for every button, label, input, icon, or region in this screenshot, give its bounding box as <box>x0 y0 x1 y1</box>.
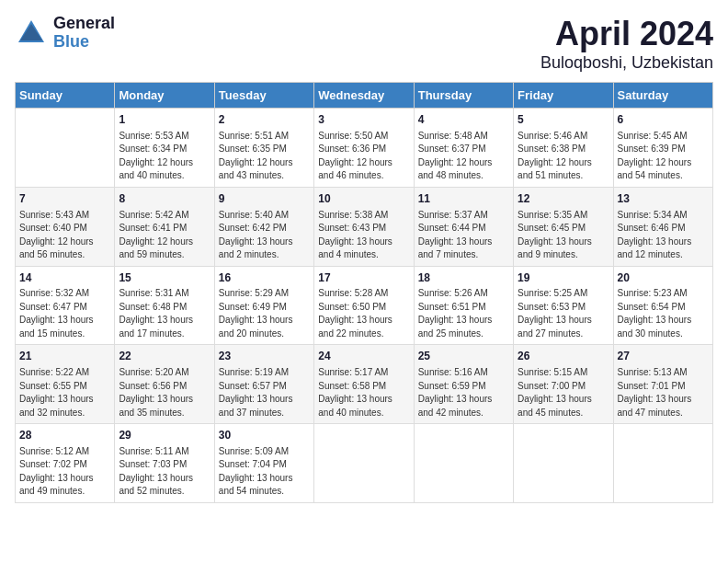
day-info: Sunrise: 5:22 AM Sunset: 6:55 PM Dayligh… <box>19 366 110 419</box>
day-number: 2 <box>219 112 310 128</box>
day-header-thursday: Thursday <box>414 83 513 109</box>
day-number: 1 <box>119 112 210 128</box>
svg-marker-1 <box>20 24 42 40</box>
day-info: Sunrise: 5:42 AM Sunset: 6:41 PM Dayligh… <box>119 209 210 262</box>
calendar-cell: 26Sunrise: 5:15 AM Sunset: 7:00 PM Dayli… <box>514 345 613 424</box>
day-info: Sunrise: 5:50 AM Sunset: 6:36 PM Dayligh… <box>318 130 409 183</box>
calendar-header-row: SundayMondayTuesdayWednesdayThursdayFrid… <box>16 83 713 109</box>
day-number: 22 <box>119 349 210 364</box>
day-info: Sunrise: 5:13 AM Sunset: 7:01 PM Dayligh… <box>618 366 709 419</box>
calendar-cell: 8Sunrise: 5:42 AM Sunset: 6:41 PM Daylig… <box>115 187 214 266</box>
day-info: Sunrise: 5:11 AM Sunset: 7:03 PM Dayligh… <box>119 445 210 499</box>
calendar-week-row: 21Sunrise: 5:22 AM Sunset: 6:55 PM Dayli… <box>16 345 713 424</box>
calendar-cell: 29Sunrise: 5:11 AM Sunset: 7:03 PM Dayli… <box>115 424 214 503</box>
day-info: Sunrise: 5:15 AM Sunset: 7:00 PM Dayligh… <box>518 366 609 419</box>
calendar-cell: 5Sunrise: 5:46 AM Sunset: 6:38 PM Daylig… <box>514 109 613 188</box>
day-number: 29 <box>119 428 210 443</box>
calendar-cell: 17Sunrise: 5:28 AM Sunset: 6:50 PM Dayli… <box>314 266 414 345</box>
day-number: 20 <box>618 270 709 286</box>
day-info: Sunrise: 5:32 AM Sunset: 6:47 PM Dayligh… <box>19 287 110 340</box>
day-info: Sunrise: 5:19 AM Sunset: 6:57 PM Dayligh… <box>219 366 310 419</box>
day-header-saturday: Saturday <box>613 83 712 109</box>
day-info: Sunrise: 5:46 AM Sunset: 6:38 PM Dayligh… <box>518 130 609 183</box>
calendar-cell: 28Sunrise: 5:12 AM Sunset: 7:02 PM Dayli… <box>16 424 115 503</box>
day-info: Sunrise: 5:16 AM Sunset: 6:59 PM Dayligh… <box>418 366 509 419</box>
day-number: 16 <box>219 270 310 286</box>
calendar-title: April 2024 <box>540 15 713 53</box>
day-info: Sunrise: 5:26 AM Sunset: 6:51 PM Dayligh… <box>418 287 509 340</box>
day-info: Sunrise: 5:38 AM Sunset: 6:43 PM Dayligh… <box>318 209 409 262</box>
logo: General Blue <box>15 15 115 52</box>
calendar-cell: 20Sunrise: 5:23 AM Sunset: 6:54 PM Dayli… <box>613 266 712 345</box>
day-number: 30 <box>219 428 310 443</box>
calendar-cell: 15Sunrise: 5:31 AM Sunset: 6:48 PM Dayli… <box>115 266 214 345</box>
day-header-wednesday: Wednesday <box>314 83 414 109</box>
day-number: 23 <box>219 349 310 364</box>
calendar-cell: 6Sunrise: 5:45 AM Sunset: 6:39 PM Daylig… <box>613 109 712 188</box>
day-number: 17 <box>318 270 409 286</box>
day-info: Sunrise: 5:51 AM Sunset: 6:35 PM Dayligh… <box>219 130 310 183</box>
calendar-cell: 11Sunrise: 5:37 AM Sunset: 6:44 PM Dayli… <box>414 187 513 266</box>
day-number: 5 <box>518 112 609 128</box>
day-number: 3 <box>318 112 409 128</box>
calendar-cell: 12Sunrise: 5:35 AM Sunset: 6:45 PM Dayli… <box>514 187 613 266</box>
day-number: 25 <box>418 349 509 364</box>
day-header-monday: Monday <box>115 83 214 109</box>
day-info: Sunrise: 5:53 AM Sunset: 6:34 PM Dayligh… <box>119 130 210 183</box>
calendar-cell: 3Sunrise: 5:50 AM Sunset: 6:36 PM Daylig… <box>314 109 414 188</box>
calendar-cell: 21Sunrise: 5:22 AM Sunset: 6:55 PM Dayli… <box>16 345 115 424</box>
day-info: Sunrise: 5:20 AM Sunset: 6:56 PM Dayligh… <box>119 366 210 419</box>
calendar-week-row: 1Sunrise: 5:53 AM Sunset: 6:34 PM Daylig… <box>16 109 713 188</box>
day-info: Sunrise: 5:09 AM Sunset: 7:04 PM Dayligh… <box>219 445 310 499</box>
calendar-week-row: 28Sunrise: 5:12 AM Sunset: 7:02 PM Dayli… <box>16 424 713 503</box>
day-info: Sunrise: 5:29 AM Sunset: 6:49 PM Dayligh… <box>219 287 310 340</box>
day-number: 19 <box>518 270 609 286</box>
logo-text: General Blue <box>53 15 115 52</box>
day-info: Sunrise: 5:12 AM Sunset: 7:02 PM Dayligh… <box>19 445 110 499</box>
calendar-cell: 10Sunrise: 5:38 AM Sunset: 6:43 PM Dayli… <box>314 187 414 266</box>
day-number: 8 <box>119 191 210 207</box>
calendar-cell: 27Sunrise: 5:13 AM Sunset: 7:01 PM Dayli… <box>613 345 712 424</box>
calendar-cell: 4Sunrise: 5:48 AM Sunset: 6:37 PM Daylig… <box>414 109 513 188</box>
calendar-week-row: 14Sunrise: 5:32 AM Sunset: 6:47 PM Dayli… <box>16 266 713 345</box>
logo-icon <box>15 17 48 50</box>
calendar-cell: 9Sunrise: 5:40 AM Sunset: 6:42 PM Daylig… <box>214 187 313 266</box>
day-info: Sunrise: 5:25 AM Sunset: 6:53 PM Dayligh… <box>518 287 609 340</box>
day-number: 4 <box>418 112 509 128</box>
day-header-friday: Friday <box>514 83 613 109</box>
day-info: Sunrise: 5:31 AM Sunset: 6:48 PM Dayligh… <box>119 287 210 340</box>
calendar-cell: 18Sunrise: 5:26 AM Sunset: 6:51 PM Dayli… <box>414 266 513 345</box>
day-info: Sunrise: 5:43 AM Sunset: 6:40 PM Dayligh… <box>19 209 110 262</box>
day-number: 14 <box>19 270 110 286</box>
calendar-cell: 13Sunrise: 5:34 AM Sunset: 6:46 PM Dayli… <box>613 187 712 266</box>
day-info: Sunrise: 5:28 AM Sunset: 6:50 PM Dayligh… <box>318 287 409 340</box>
day-info: Sunrise: 5:17 AM Sunset: 6:58 PM Dayligh… <box>318 366 409 419</box>
calendar-cell <box>314 424 414 503</box>
day-number: 11 <box>418 191 509 207</box>
calendar-cell: 22Sunrise: 5:20 AM Sunset: 6:56 PM Dayli… <box>115 345 214 424</box>
day-info: Sunrise: 5:45 AM Sunset: 6:39 PM Dayligh… <box>618 130 709 183</box>
day-header-tuesday: Tuesday <box>214 83 313 109</box>
day-number: 10 <box>318 191 409 207</box>
day-number: 21 <box>19 349 110 364</box>
day-number: 24 <box>318 349 409 364</box>
calendar-cell <box>414 424 513 503</box>
calendar-cell <box>514 424 613 503</box>
logo-blue-text: Blue <box>53 33 115 52</box>
day-number: 13 <box>618 191 709 207</box>
calendar-cell: 7Sunrise: 5:43 AM Sunset: 6:40 PM Daylig… <box>16 187 115 266</box>
calendar-cell: 16Sunrise: 5:29 AM Sunset: 6:49 PM Dayli… <box>214 266 313 345</box>
day-info: Sunrise: 5:40 AM Sunset: 6:42 PM Dayligh… <box>219 209 310 262</box>
day-number: 9 <box>219 191 310 207</box>
day-number: 18 <box>418 270 509 286</box>
day-info: Sunrise: 5:34 AM Sunset: 6:46 PM Dayligh… <box>618 209 709 262</box>
calendar-cell: 23Sunrise: 5:19 AM Sunset: 6:57 PM Dayli… <box>214 345 313 424</box>
logo-general-text: General <box>53 15 115 33</box>
day-info: Sunrise: 5:35 AM Sunset: 6:45 PM Dayligh… <box>518 209 609 262</box>
day-number: 27 <box>618 349 709 364</box>
calendar-cell: 19Sunrise: 5:25 AM Sunset: 6:53 PM Dayli… <box>514 266 613 345</box>
day-header-sunday: Sunday <box>16 83 115 109</box>
calendar-cell: 25Sunrise: 5:16 AM Sunset: 6:59 PM Dayli… <box>414 345 513 424</box>
calendar-cell: 14Sunrise: 5:32 AM Sunset: 6:47 PM Dayli… <box>16 266 115 345</box>
calendar-cell <box>16 109 115 188</box>
